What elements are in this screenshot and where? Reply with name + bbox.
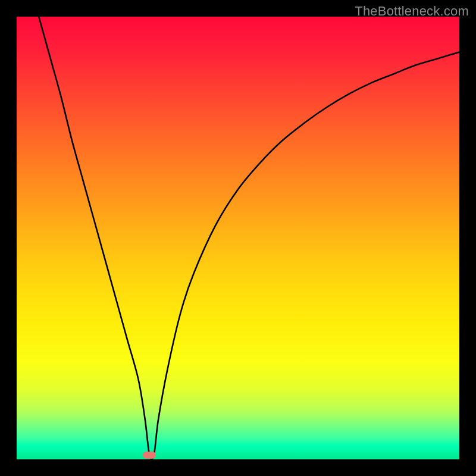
chart-plot-area	[17, 17, 459, 459]
watermark-text: TheBottleneck.com	[355, 4, 469, 19]
minimum-marker	[143, 452, 156, 459]
bottleneck-curve	[17, 17, 459, 459]
